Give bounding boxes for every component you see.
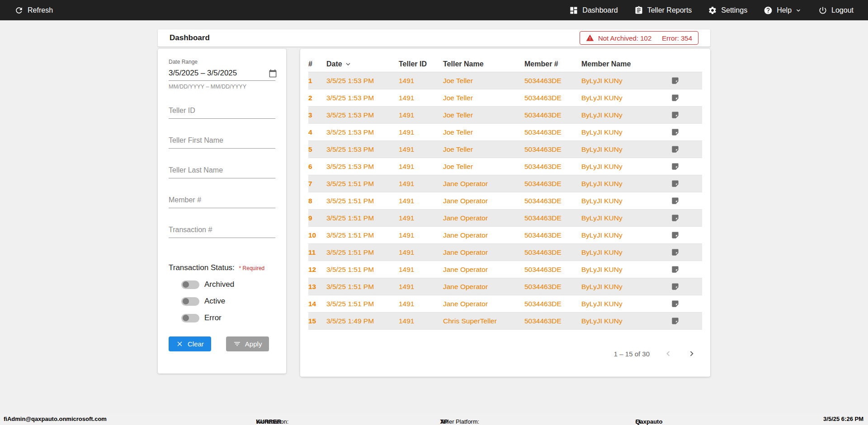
note-icon[interactable] [671, 76, 679, 85]
refresh-button[interactable]: Refresh [14, 6, 53, 15]
table-row[interactable]: 7 3/5/25 1:51 PM 1491 Jane Operator 5034… [308, 175, 702, 192]
row-member-name: ByLyJI KUNy [581, 300, 671, 308]
logout-label: Logout [831, 6, 854, 14]
row-number: 10 [308, 231, 326, 239]
table-row[interactable]: 8 3/5/25 1:51 PM 1491 Jane Operator 5034… [308, 192, 702, 210]
top-navigation-bar: Refresh Dashboard Teller Reports Setting… [0, 0, 868, 20]
required-label: * Required [239, 265, 265, 271]
row-member-number: 5034463DE [524, 283, 581, 291]
row-date: 3/5/25 1:51 PM [326, 283, 399, 291]
table-row[interactable]: 15 3/5/25 1:49 PM 1491 Chris SuperTeller… [308, 313, 702, 330]
row-date: 3/5/25 1:49 PM [326, 317, 399, 325]
apply-button[interactable]: Apply [226, 336, 269, 351]
toggle-error[interactable]: Error [181, 313, 275, 322]
logout-button[interactable]: Logout [818, 6, 854, 15]
row-member-number: 5034463DE [524, 214, 581, 222]
date-range-input[interactable] [169, 69, 269, 78]
archived-switch[interactable] [181, 280, 199, 289]
toggle-active-label: Active [204, 297, 225, 306]
row-date: 3/5/25 1:53 PM [326, 163, 399, 171]
page-title: Dashboard [170, 33, 210, 42]
row-member-name: ByLyJI KUNy [581, 214, 671, 222]
row-teller-name: Jane Operator [443, 197, 524, 205]
teller-first-name-input[interactable] [169, 133, 275, 149]
not-archived-count: Not Archived: 102 [598, 34, 651, 42]
toggle-archived[interactable]: Archived [181, 280, 275, 289]
power-icon [818, 6, 827, 15]
note-icon[interactable] [671, 93, 679, 102]
table-row[interactable]: 10 3/5/25 1:51 PM 1491 Jane Operator 503… [308, 227, 702, 244]
nav-dashboard[interactable]: Dashboard [569, 6, 618, 15]
row-teller-id: 1491 [399, 231, 443, 239]
active-switch[interactable] [181, 297, 199, 306]
note-icon[interactable] [671, 282, 679, 291]
note-icon[interactable] [671, 128, 679, 136]
note-icon[interactable] [671, 162, 679, 171]
note-icon[interactable] [671, 214, 679, 222]
row-number: 11 [308, 248, 326, 257]
note-icon[interactable] [671, 265, 679, 274]
row-teller-name: Jane Operator [443, 248, 524, 257]
row-teller-id: 1491 [399, 248, 443, 257]
row-teller-id: 1491 [399, 128, 443, 136]
table-row[interactable]: 3 3/5/25 1:53 PM 1491 Joe Teller 5034463… [308, 107, 702, 124]
note-icon[interactable] [671, 231, 679, 239]
table-row[interactable]: 2 3/5/25 1:53 PM 1491 Joe Teller 5034463… [308, 89, 702, 107]
row-member-name: ByLyJI KUNy [581, 197, 671, 205]
row-member-number: 5034463DE [524, 317, 581, 325]
note-icon[interactable] [671, 111, 679, 119]
error-switch[interactable] [181, 314, 199, 322]
col-header-date[interactable]: Date [326, 60, 399, 68]
row-member-number: 5034463DE [524, 197, 581, 205]
table-row[interactable]: 11 3/5/25 1:51 PM 1491 Jane Operator 503… [308, 244, 702, 261]
next-page-button[interactable] [687, 349, 697, 359]
table-row[interactable]: 6 3/5/25 1:53 PM 1491 Joe Teller 5034463… [308, 158, 702, 175]
table-row[interactable]: 13 3/5/25 1:51 PM 1491 Jane Operator 503… [308, 278, 702, 295]
nav-help[interactable]: Help [764, 6, 802, 15]
row-date: 3/5/25 1:51 PM [326, 231, 399, 239]
note-icon[interactable] [671, 196, 679, 205]
table-row[interactable]: 9 3/5/25 1:51 PM 1491 Jane Operator 5034… [308, 210, 702, 227]
date-range-helper: MM/DD/YYYY – MM/DD/YYYY [169, 84, 275, 90]
clear-button[interactable]: Clear [169, 336, 211, 351]
note-icon[interactable] [671, 299, 679, 308]
table-row[interactable]: 1 3/5/25 1:53 PM 1491 Joe Teller 5034463… [308, 72, 702, 89]
clipboard-icon [634, 6, 643, 15]
row-teller-name: Joe Teller [443, 163, 524, 171]
row-member-number: 5034463DE [524, 231, 581, 239]
note-icon[interactable] [671, 248, 679, 257]
note-icon[interactable] [671, 317, 679, 325]
row-number: 7 [308, 180, 326, 188]
sort-descending-icon [344, 60, 352, 68]
row-teller-name: Joe Teller [443, 77, 524, 85]
row-teller-name: Jane Operator [443, 266, 524, 274]
col-header-teller-name: Teller Name [443, 60, 524, 68]
transaction-status-label: Transaction Status: [169, 263, 235, 272]
teller-last-name-input[interactable] [169, 163, 275, 178]
table-row[interactable]: 12 3/5/25 1:51 PM 1491 Jane Operator 503… [308, 261, 702, 278]
col-header-member-num: Member # [524, 60, 581, 68]
col-header-teller-id: Teller ID [399, 60, 443, 68]
nav-teller-reports[interactable]: Teller Reports [634, 6, 692, 15]
table-row[interactable]: 4 3/5/25 1:53 PM 1491 Joe Teller 5034463… [308, 124, 702, 141]
nav-settings[interactable]: Settings [708, 6, 747, 15]
row-member-name: ByLyJI KUNy [581, 77, 671, 85]
teller-id-input[interactable] [169, 103, 275, 119]
row-member-name: ByLyJI KUNy [581, 94, 671, 102]
nav-settings-label: Settings [721, 6, 747, 14]
row-member-name: ByLyJI KUNy [581, 231, 671, 239]
member-number-input[interactable] [169, 193, 275, 208]
table-row[interactable]: 14 3/5/25 1:51 PM 1491 Jane Operator 503… [308, 295, 702, 313]
note-icon[interactable] [671, 145, 679, 154]
table-row[interactable]: 5 3/5/25 1:53 PM 1491 Joe Teller 5034463… [308, 141, 702, 158]
transaction-number-input[interactable] [169, 223, 275, 238]
nav-teller-reports-label: Teller Reports [647, 6, 692, 14]
row-member-name: ByLyJI KUNy [581, 266, 671, 274]
previous-page-button[interactable] [663, 349, 673, 359]
note-icon[interactable] [671, 179, 679, 188]
toggle-active[interactable]: Active [181, 297, 275, 306]
row-teller-id: 1491 [399, 77, 443, 85]
refresh-icon [14, 6, 24, 15]
logged-in-user: fiAdmin@qaxpauto.onmicrosoft.com [4, 416, 107, 422]
calendar-icon[interactable] [269, 69, 277, 78]
